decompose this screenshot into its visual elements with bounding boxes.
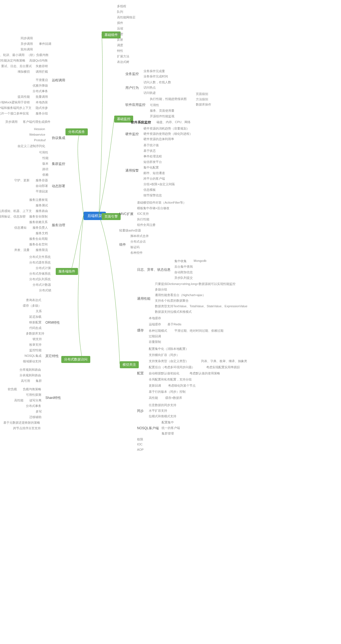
ds-gov: 服务治理 — [52, 223, 65, 228]
dd-orm-4: 映射配置 — [29, 320, 42, 325]
cc-log-2: 自动附加信息 — [174, 270, 193, 274]
ds-remote-mock-note: 本地Mock逻辑用于容错 — [0, 100, 30, 104]
ds-remote-grp: 服务分组 — [36, 111, 48, 116]
mon-alarm-9: 细节报警信息 — [143, 193, 162, 197]
basiccomp-5: 加密 — [117, 32, 123, 36]
pe-mvc-2: IOC支持 — [137, 212, 149, 216]
cc-cfg-0: 配置集中化（消除本地配置） — [149, 347, 189, 351]
cc-nosql-1: 统一的客户端 — [162, 426, 180, 430]
dd-shard-0: 分库规则和路由 — [20, 368, 41, 372]
basiccomp-2: 高性能网络层 — [117, 15, 135, 19]
ds-remote-2: 分布式事务 — [33, 89, 48, 93]
dd-shard-probe: 可用性探测 — [26, 393, 41, 397]
cc-nosql-2: 集群管理 — [162, 431, 174, 436]
branch-basic-mon[interactable]: 基础监控 — [114, 116, 133, 123]
cc-cache-cb: 过期回调 — [149, 334, 161, 338]
ds-cluster: 集群监控 — [52, 162, 65, 166]
mon-biz-0: 业务操作完成量 — [143, 69, 165, 73]
branch-svc-comp[interactable]: 服务端组件 — [56, 268, 78, 275]
ds-proto: 协议集成 — [52, 136, 65, 140]
dd-shard-6: 跨节点排序分页支持 — [13, 426, 41, 430]
ds-remote-cb-0: 同步调用 — [21, 36, 33, 40]
ds-remote: 远程调用 — [52, 78, 65, 83]
branch-cross-cut[interactable]: 横切关注 — [120, 361, 139, 368]
basiccomp-1: 队列 — [117, 10, 123, 14]
ds-remote-proxy: 客户端代理生成插件 — [23, 120, 50, 124]
mon-alarm-6: 跨平台的客户端 — [143, 177, 165, 181]
ds-cluster-2: 版本 — [42, 162, 48, 166]
ds-remote-batch: 批量调用 — [36, 95, 48, 99]
dd-shard-lb-note: 软负载 — [8, 387, 17, 391]
cc-cache: 缓存 — [137, 328, 144, 333]
cc-perf-5: 数据源支持拉模式和推模式 — [155, 310, 192, 314]
ds-deploy-container: 服务容器 — [36, 178, 48, 182]
ds-deploy-container-note: 守护、更新 — [14, 178, 30, 182]
ds-gov-sec: 服务安全限制 — [29, 214, 48, 219]
cc-cache-cap: 容量限制 — [149, 340, 161, 344]
dd-shard-rw: 读写分离 — [29, 398, 42, 402]
cc-log-3: 异步队列提交 — [174, 276, 193, 280]
mon-alarm-2: 事件处理流程 — [143, 154, 162, 158]
cc-perf: 通用性能 — [137, 296, 150, 301]
mon-alarm: 通用报警 — [125, 168, 139, 173]
mon-hw-1: 硬件资源的使用趋势（细化到进程） — [143, 132, 193, 136]
mon-hw: 硬件监控 — [125, 132, 139, 136]
branch-page-engine[interactable]: 页面引擎 — [102, 213, 121, 220]
mon-app-2: 开源组件性能监视 — [150, 114, 174, 118]
cc-sync: 同步 — [137, 409, 144, 413]
cc-log: 日志、异常、状态信息 — [137, 267, 170, 272]
pe-mvc-1: 模板集中存储+后台修改 — [137, 206, 169, 210]
cc-log-mongo: Mongodb — [194, 259, 206, 262]
mon-alarm-5: 邮件、短信通道 — [143, 171, 165, 175]
pe-comp-2: 验证码 — [130, 245, 140, 249]
cc-sync-0: 任意数据的同步支持 — [149, 403, 176, 407]
cc-cache-local: 本地缓存 — [149, 316, 161, 320]
mon-alarm-0: 基于统计值 — [143, 143, 159, 147]
cc-cfg-1: 支持横向扩容（同步） — [149, 353, 179, 357]
cc-perf-4: 数据类型支持TextValue、TotalValue、StateValue、Ex… — [155, 304, 247, 308]
cc-perf-1: 多级分组 — [155, 287, 167, 292]
dd-shard-2: 分布式事务 — [26, 404, 41, 408]
mon-app: 软件应用监控 — [125, 103, 145, 107]
dd-orm-3: 延迟加载 — [29, 315, 42, 319]
ds-remote-grp-note: 允许一个接口多种实现 — [0, 111, 29, 116]
cc-perf-0: 只要提供Dictionary<string,long>数据源就可以实现性能监控 — [155, 282, 235, 286]
pe-ashx: 轻量级ashx容器 — [119, 228, 141, 233]
ds-remote-imp-note: 客户端和服务端同步上下文 — [0, 106, 31, 110]
cc-cfg-hp-note: 缓存+数据库 — [165, 396, 182, 400]
dd-orm-5: 代码生成 — [29, 326, 42, 330]
cc-perf-2: 通用性能查看后台（highchart+ajax） — [155, 293, 206, 297]
ds-proto-1: Webservice — [29, 133, 45, 136]
basiccomp-7: 调度 — [117, 43, 123, 47]
ds-remote-fail: 失败容错 — [36, 64, 48, 68]
pe-mvc-4: 组件全局注册 — [137, 223, 155, 227]
sc-2: 分布式计算 — [36, 266, 51, 270]
ds-remote-cb: 事件回调 — [39, 42, 51, 46]
ds-remote-1: 优雅升降级 — [33, 84, 48, 88]
cc-sync-1: 水平扩容支持 — [149, 409, 167, 413]
mon-app-1: 服务、页面使用量 — [150, 109, 174, 113]
dd-orm-0: 查询表达式 — [26, 298, 41, 302]
basiccomp-9: 扩展方法 — [117, 54, 129, 58]
sc-0: 分布式文件系统 — [29, 255, 51, 259]
dd-orm-2: 关系 — [36, 309, 42, 313]
basiccomp-10: 表达式树 — [117, 60, 129, 64]
branch-dist-data[interactable]: 分布式数据访问 — [61, 356, 90, 363]
ds-proto-0: Hession — [34, 127, 45, 131]
ds-gov-sec-note: 调用验证、信息加密 — [0, 214, 26, 219]
ds-proto-2: Protobuf — [34, 138, 46, 142]
sc-6: 分布式锁 — [39, 288, 51, 292]
ds-remote-lb-note: 随机、轮训、最小调用 — [0, 53, 25, 57]
pe-comp-1: 分布式会话 — [130, 240, 146, 244]
dd-shard: Shard特性 — [45, 396, 61, 400]
ds-deploy: 动态部署 — [52, 184, 65, 189]
ds-remote-qos: 高级QoS均衡 — [29, 58, 48, 63]
cc-cfg-version: 基于行的版本（同步）控制 — [149, 390, 186, 394]
pe-comp: 组件 — [119, 242, 126, 247]
mon-user: 用户行为 — [125, 86, 139, 90]
ds-gov-owner: 服务负责人 — [33, 226, 48, 230]
branch-dist-svc[interactable]: 分布式服务 — [65, 128, 88, 135]
cc-cache-remote: 远端缓存 — [149, 322, 161, 326]
mon-app-perf-1: 方法级别 — [196, 97, 208, 101]
mon-hw-0: 硬件资源的消耗趋势（容量规划） — [143, 126, 189, 131]
